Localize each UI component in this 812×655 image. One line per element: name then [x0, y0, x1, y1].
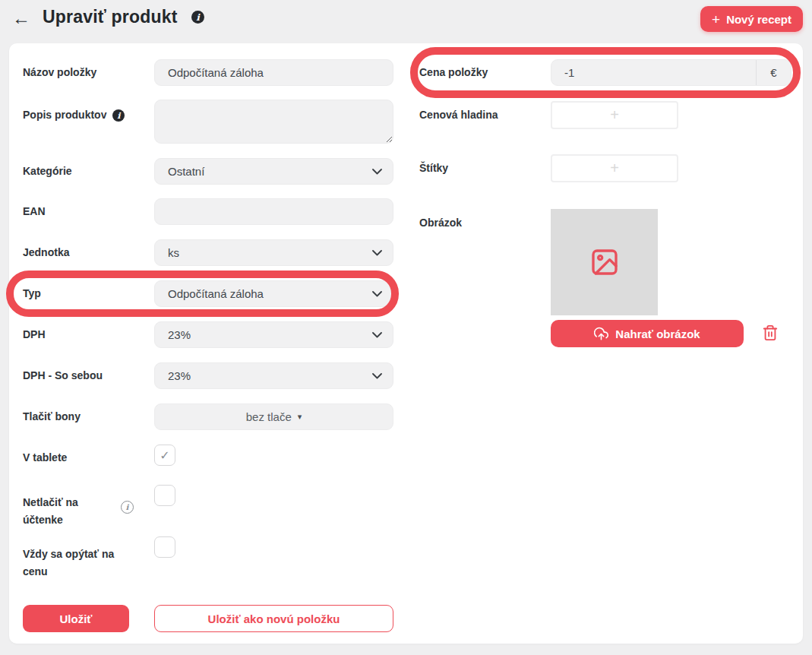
page-title: Upraviť produkt: [43, 7, 178, 27]
back-icon[interactable]: ←: [12, 8, 30, 30]
vat-takeaway-select[interactable]: 23%: [154, 362, 393, 389]
image-placeholder[interactable]: [551, 209, 658, 315]
always-ask-price-label: Vždy sa opýtať na cenu: [23, 546, 138, 581]
ean-input[interactable]: [154, 198, 393, 225]
plus-icon: +: [712, 12, 720, 27]
print-tickets-value: bez tlače: [246, 410, 292, 423]
unit-select[interactable]: ks: [154, 239, 393, 266]
description-info-icon[interactable]: i: [112, 109, 125, 122]
save-button[interactable]: Uložiť: [23, 605, 129, 632]
always-ask-price-checkbox[interactable]: [154, 536, 175, 558]
tags-add-button[interactable]: +: [551, 154, 678, 182]
type-select[interactable]: Odpočítaná záloha: [154, 280, 393, 307]
edit-product-card: Názov položky Popis produktov i Kategóri…: [9, 43, 803, 644]
check-icon: ✓: [160, 448, 169, 463]
unit-label: Jednotka: [23, 246, 69, 259]
vat-value: 23%: [168, 328, 191, 341]
upload-image-label: Nahrať obrázok: [615, 328, 700, 340]
plus-icon: +: [610, 160, 619, 177]
trash-icon: [762, 324, 779, 341]
chevron-down-icon: [372, 250, 382, 256]
item-name-label: Názov položky: [23, 66, 96, 79]
new-recipe-label: Nový recept: [726, 13, 791, 26]
price-level-add-button[interactable]: +: [551, 101, 678, 129]
price-input-group: €: [551, 59, 791, 86]
description-label: Popis produktov i: [23, 109, 125, 122]
currency-suffix: €: [756, 60, 791, 85]
no-print-receipt-checkbox[interactable]: [154, 485, 175, 506]
price-level-label: Cenová hladina: [419, 109, 498, 122]
plus-icon: +: [610, 106, 619, 124]
upload-cloud-icon: [594, 327, 608, 341]
price-label: Cena položky: [419, 66, 488, 79]
vat-takeaway-value: 23%: [168, 369, 191, 382]
no-print-receipt-label: Netlačiť na účtenke: [23, 494, 108, 529]
upload-image-button[interactable]: Nahrať obrázok: [551, 320, 744, 347]
chevron-down-icon: [372, 332, 382, 338]
print-tickets-label: Tlačiť bony: [23, 410, 81, 423]
chevron-down-icon: [372, 291, 382, 297]
print-tickets-dropdown[interactable]: bez tlače ▾: [154, 403, 393, 430]
in-tablet-label: V tablete: [23, 451, 67, 464]
item-name-input[interactable]: [154, 59, 393, 86]
category-label: Kategórie: [23, 165, 72, 178]
category-select[interactable]: Ostatní: [154, 158, 393, 185]
no-print-receipt-info-icon[interactable]: i: [121, 501, 134, 514]
image-label: Obrázok: [419, 217, 462, 229]
price-input[interactable]: [551, 60, 756, 85]
chevron-down-icon: [372, 373, 382, 379]
save-as-new-button[interactable]: Uložiť ako novú položku: [154, 605, 393, 632]
delete-image-button[interactable]: [762, 324, 779, 341]
description-textarea[interactable]: [154, 100, 393, 144]
vat-select[interactable]: 23%: [154, 321, 393, 348]
type-label: Typ: [23, 287, 41, 300]
vat-label: DPH: [23, 328, 46, 341]
category-value: Ostatní: [168, 165, 204, 178]
unit-value: ks: [168, 246, 179, 259]
tags-label: Štítky: [419, 162, 448, 175]
caret-down-icon: ▾: [298, 412, 302, 422]
new-recipe-button[interactable]: + Nový recept: [700, 6, 803, 32]
image-icon: [589, 247, 620, 277]
chevron-down-icon: [372, 169, 382, 175]
ean-label: EAN: [23, 205, 46, 218]
type-value: Odpočítaná záloha: [168, 287, 264, 300]
in-tablet-checkbox[interactable]: ✓: [154, 445, 175, 466]
title-info-icon[interactable]: i: [191, 11, 204, 24]
vat-takeaway-label: DPH - So sebou: [23, 369, 103, 382]
